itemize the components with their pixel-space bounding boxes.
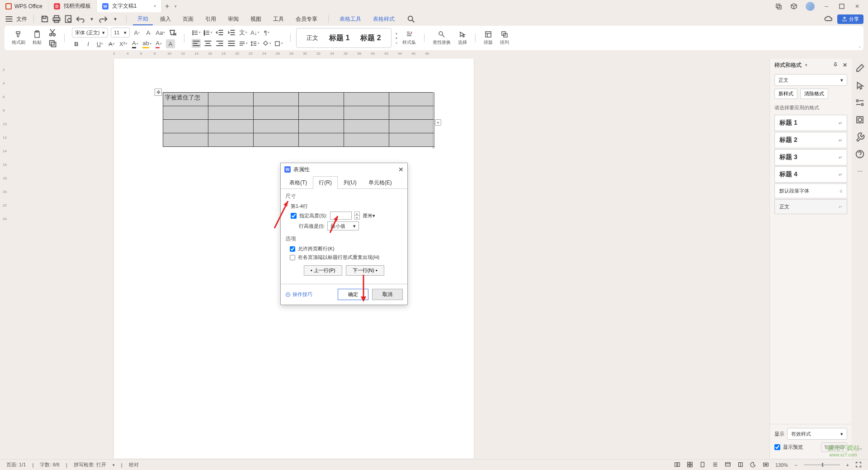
side-more-icon[interactable]: ⋯: [855, 166, 865, 176]
style-heading2[interactable]: 标题 2: [357, 28, 384, 47]
shading-icon[interactable]: ▾: [262, 39, 271, 48]
view-page-icon[interactable]: [699, 461, 706, 469]
status-spellcheck[interactable]: 拼写检查: 打开: [74, 461, 106, 468]
underline-icon[interactable]: U▾: [95, 39, 104, 48]
dialog-titlebar[interactable]: W 表属性 ✕: [281, 163, 407, 176]
format-brush-button[interactable]: 格式刷: [9, 30, 28, 46]
new-tab-button[interactable]: +: [162, 2, 173, 10]
file-menu[interactable]: 文件: [16, 15, 27, 23]
allow-break-checkbox[interactable]: [290, 246, 295, 252]
cancel-button[interactable]: 取消: [372, 289, 403, 300]
grow-font-icon[interactable]: A+: [132, 28, 142, 37]
style-gallery[interactable]: 正文 标题 1 标题 2: [296, 28, 392, 48]
view-web-icon[interactable]: [725, 461, 731, 469]
view-grid-icon[interactable]: [687, 461, 693, 469]
night-mode-icon[interactable]: [750, 461, 756, 469]
style-item-h2[interactable]: 标题 2↵: [774, 132, 847, 148]
show-marks-icon[interactable]: ¶▾: [262, 28, 271, 37]
next-row-button[interactable]: 下一行(N) •: [346, 265, 384, 276]
print-icon[interactable]: [52, 14, 61, 24]
increase-indent-icon[interactable]: [227, 28, 236, 37]
clear-format-button[interactable]: 清除格式: [800, 89, 828, 99]
style-item-default-font[interactable]: 默认段落字体a: [774, 183, 847, 198]
show-filter-select[interactable]: 有效样式▾: [787, 428, 847, 440]
row-height-select[interactable]: 最小值▾: [327, 221, 359, 230]
paste-button[interactable]: 粘贴: [30, 30, 44, 46]
menu-table-style[interactable]: 表格样式: [368, 14, 399, 25]
side-help-icon[interactable]: [855, 149, 865, 159]
share-button[interactable]: 分享: [837, 14, 863, 24]
menu-review[interactable]: 审阅: [223, 14, 243, 25]
tab-templates[interactable]: D 找稻壳模板: [48, 0, 97, 12]
font-name-select[interactable]: 宋体 (正文)▾: [72, 28, 108, 38]
minimize-button[interactable]: ─: [823, 3, 830, 10]
close-button[interactable]: ✕: [854, 3, 861, 10]
style-item-h1[interactable]: 标题 1↵: [774, 115, 847, 131]
table-resize-bar[interactable]: [433, 92, 434, 148]
align-justify-icon[interactable]: [227, 39, 236, 48]
prev-row-button[interactable]: • 上一行(P): [304, 265, 342, 276]
fit-width-icon[interactable]: [763, 461, 769, 469]
side-cursor-icon[interactable]: [855, 80, 865, 90]
user-avatar[interactable]: [806, 2, 815, 11]
table-add-column-button[interactable]: +: [435, 119, 441, 126]
select-button[interactable]: 选择: [455, 30, 470, 46]
highlight-icon[interactable]: ab▾: [142, 39, 151, 48]
cube-icon[interactable]: [790, 3, 797, 10]
redo-icon[interactable]: [99, 14, 108, 24]
cut-icon[interactable]: [48, 28, 57, 37]
style-set-button[interactable]: 样式集: [400, 30, 419, 46]
zoom-slider[interactable]: [804, 464, 840, 465]
document-canvas[interactable]: ✥ 字被遮住了怎 + W 表属性 ✕ 表格(T) 行(R) 列(U) 单元格(E…: [10, 59, 769, 458]
copy-icon[interactable]: [48, 39, 57, 48]
panel-close-icon[interactable]: ✕: [843, 62, 847, 69]
vertical-ruler[interactable]: 24681012141618202224: [0, 59, 10, 458]
status-page[interactable]: 页面: 1/1: [6, 461, 26, 468]
repeat-header-checkbox-row[interactable]: 在各页顶端以标题行形式重复出现(H): [290, 254, 403, 261]
maximize-button[interactable]: [838, 3, 845, 10]
ok-button[interactable]: 确定: [338, 289, 368, 300]
allow-break-checkbox-row[interactable]: 允许跨页断行(K): [290, 245, 403, 252]
zoom-out-button[interactable]: −: [794, 462, 797, 468]
asian-layout-icon[interactable]: 文▾: [239, 28, 248, 37]
find-replace-button[interactable]: 查找替换: [430, 30, 453, 46]
pin-icon[interactable]: [833, 62, 838, 69]
style-gallery-nav[interactable]: ▴▾≡: [395, 31, 398, 46]
menu-page[interactable]: 页面: [178, 14, 198, 25]
fullscreen-icon[interactable]: [855, 461, 862, 469]
bullet-list-icon[interactable]: ▾: [192, 28, 201, 37]
font-size-select[interactable]: 11▾: [111, 28, 130, 38]
menu-insert[interactable]: 插入: [156, 14, 175, 25]
save-icon[interactable]: [40, 14, 49, 24]
text-shading-icon[interactable]: A: [166, 39, 175, 48]
menu-view[interactable]: 视图: [246, 14, 266, 25]
view-book-icon[interactable]: [674, 461, 680, 469]
tab-list-dropdown[interactable]: ▾: [175, 4, 177, 9]
style-item-body[interactable]: 正文↵: [774, 199, 847, 214]
menu-table-tools[interactable]: 表格工具: [335, 14, 366, 25]
side-tools-icon[interactable]: [855, 132, 865, 142]
status-proof[interactable]: 校对: [129, 461, 139, 468]
align-left-icon[interactable]: [192, 39, 201, 48]
view-read-icon[interactable]: [737, 461, 744, 469]
zoom-value[interactable]: 130%: [775, 462, 788, 468]
status-words[interactable]: 字数: 8/8: [40, 461, 59, 468]
tab-document[interactable]: W 文字文稿1 •: [97, 0, 162, 12]
menu-reference[interactable]: 引用: [201, 14, 221, 25]
window-copy-icon[interactable]: [775, 3, 782, 10]
height-input[interactable]: [330, 212, 352, 220]
zoom-in-button[interactable]: +: [846, 462, 849, 468]
dialog-tab-column[interactable]: 列(U): [338, 176, 363, 189]
clear-format-icon[interactable]: [168, 28, 177, 37]
dialog-close-button[interactable]: ✕: [398, 166, 404, 173]
dialog-tab-cell[interactable]: 单元格(E): [363, 176, 398, 189]
menu-member[interactable]: 会员专享: [291, 14, 322, 25]
menu-start[interactable]: 开始: [133, 13, 153, 25]
specify-height-checkbox[interactable]: [291, 213, 297, 219]
superscript-icon[interactable]: X²▾: [119, 39, 128, 48]
dialog-tab-row[interactable]: 行(R): [313, 176, 338, 189]
ribbon-expand-icon[interactable]: ⌄: [858, 44, 862, 48]
strikethrough-icon[interactable]: A▾: [107, 39, 116, 48]
operation-tips-link[interactable]: 操作技巧: [285, 291, 312, 298]
repeat-header-checkbox[interactable]: [290, 255, 295, 260]
